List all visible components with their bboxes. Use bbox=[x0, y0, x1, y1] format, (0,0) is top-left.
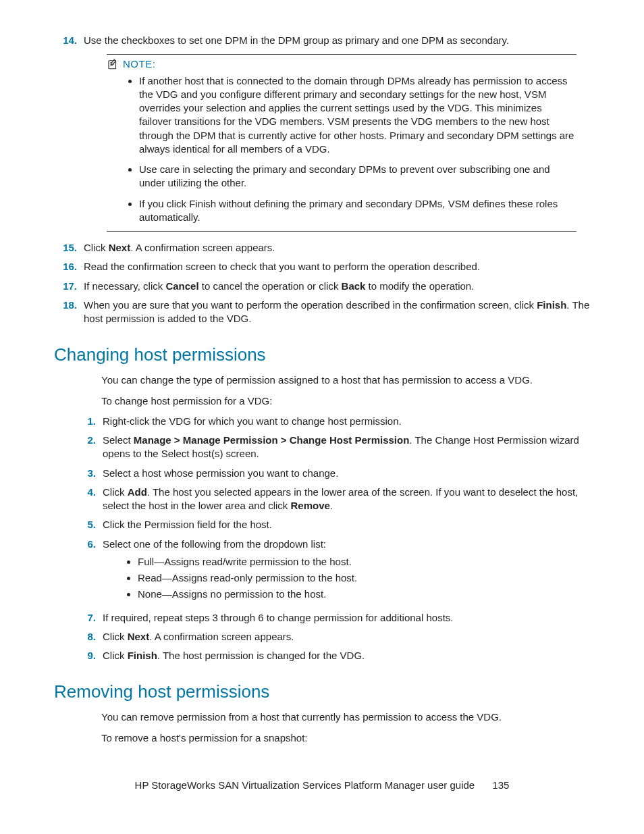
step-text: When you are sure that you want to perfo… bbox=[84, 298, 597, 326]
text: . The host permission is changed for the… bbox=[157, 650, 365, 661]
text: Click bbox=[103, 486, 128, 498]
step-number: 18. bbox=[54, 298, 84, 326]
list-item: 7. If required, repeat steps 3 through 6… bbox=[73, 611, 597, 625]
ordered-list-post-note: 15. Click Next. A confirmation screen ap… bbox=[54, 241, 597, 325]
text: Select bbox=[103, 434, 134, 446]
ordered-list-changing: 1. Right-click the VDG for which you wan… bbox=[73, 415, 597, 663]
ordered-list-top: 14. Use the checkboxes to set one DPM in… bbox=[54, 34, 597, 47]
section-heading-changing: Changing host permissions bbox=[54, 343, 597, 367]
list-item: 5. Click the Permission field for the ho… bbox=[73, 518, 597, 531]
note-block: NOTE: If another host that is connected … bbox=[107, 54, 597, 232]
bold-text: Manage > Manage Permission > Change Host… bbox=[134, 434, 409, 446]
step-number: 14. bbox=[54, 34, 84, 47]
bold-text: Back bbox=[342, 280, 366, 292]
paragraph: You can change the type of permission as… bbox=[101, 373, 597, 387]
list-item: 4. Click Add. The host you selected appe… bbox=[73, 486, 597, 513]
step-text: If required, repeat steps 3 through 6 to… bbox=[103, 611, 597, 625]
list-item: None—Assigns no permission to the host. bbox=[138, 588, 597, 601]
step-text: Use the checkboxes to set one DPM in the… bbox=[84, 34, 597, 47]
list-item: 1. Right-click the VDG for which you wan… bbox=[73, 415, 597, 428]
step-text: Select Manage > Manage Permission > Chan… bbox=[103, 434, 597, 461]
list-item: 2. Select Manage > Manage Permission > C… bbox=[73, 434, 597, 461]
step-text: Click Next. A confirmation screen appear… bbox=[103, 630, 597, 644]
text: Click bbox=[84, 242, 109, 253]
footer-text: HP StorageWorks SAN Virtualization Servi… bbox=[135, 779, 475, 791]
step-text: Click Next. A confirmation screen appear… bbox=[84, 241, 597, 255]
step-text: Click Finish. The host permission is cha… bbox=[103, 649, 597, 662]
step-number: 17. bbox=[54, 280, 84, 293]
list-item: Use care in selecting the primary and se… bbox=[139, 163, 576, 190]
step-text: Click the Permission field for the host. bbox=[103, 518, 597, 531]
step-number: 1. bbox=[73, 415, 103, 428]
step-text: Click Add. The host you selected appears… bbox=[103, 486, 597, 513]
list-item: If another host that is connected to the… bbox=[139, 74, 576, 157]
text: to cancel the operation or click bbox=[199, 280, 342, 292]
note-icon bbox=[107, 58, 119, 70]
section-heading-removing: Removing host permissions bbox=[54, 680, 597, 704]
step-text: Read the confirmation screen to check th… bbox=[84, 260, 597, 273]
text: to modify the operation. bbox=[365, 280, 474, 292]
bold-text: Finish bbox=[128, 650, 157, 661]
step-number: 16. bbox=[54, 260, 84, 273]
list-item: 17. If necessary, click Cancel to cancel… bbox=[54, 280, 597, 293]
sub-list: Full—Assigns read/write permission to th… bbox=[103, 555, 597, 602]
step-number: 15. bbox=[54, 241, 84, 255]
step-number: 6. bbox=[73, 538, 103, 606]
list-item: 6. Select one of the following from the … bbox=[73, 538, 597, 606]
step-text: If necessary, click Cancel to cancel the… bbox=[84, 280, 597, 293]
list-item: 18. When you are sure that you want to p… bbox=[54, 298, 597, 326]
bold-text: Finish bbox=[537, 299, 566, 311]
list-item: 15. Click Next. A confirmation screen ap… bbox=[54, 241, 597, 255]
step-number: 9. bbox=[73, 649, 103, 662]
list-item: If you click Finish without defining the… bbox=[139, 197, 576, 225]
step-number: 2. bbox=[73, 434, 103, 461]
list-item: Read—Assigns read-only permission to the… bbox=[138, 571, 597, 585]
text: Click bbox=[103, 631, 128, 642]
bold-text: Cancel bbox=[165, 280, 198, 292]
step-number: 7. bbox=[73, 611, 103, 625]
list-item: 8. Click Next. A confirmation screen app… bbox=[73, 630, 597, 644]
list-item: Full—Assigns read/write permission to th… bbox=[138, 555, 597, 569]
step-text: Right-click the VDG for which you want t… bbox=[103, 415, 597, 428]
bold-text: Next bbox=[109, 242, 131, 253]
paragraph: To change host permission for a VDG: bbox=[101, 394, 597, 408]
text: Select one of the following from the dro… bbox=[103, 538, 326, 550]
step-number: 8. bbox=[73, 630, 103, 644]
step-number: 3. bbox=[73, 467, 103, 480]
text: . A confirmation screen appears. bbox=[130, 242, 275, 253]
list-item: 3. Select a host whose permission you wa… bbox=[73, 467, 597, 480]
list-item: 16. Read the confirmation screen to chec… bbox=[54, 260, 597, 273]
note-header: NOTE: bbox=[107, 57, 576, 71]
text: Click bbox=[103, 650, 128, 661]
text: . The host you selected appears in the l… bbox=[103, 486, 578, 511]
text: . A confirmation screen appears. bbox=[149, 631, 294, 642]
divider bbox=[107, 54, 576, 55]
step-number: 4. bbox=[73, 486, 103, 513]
page-number: 135 bbox=[492, 779, 509, 791]
bold-text: Remove bbox=[290, 500, 329, 511]
page-footer: HP StorageWorks SAN Virtualization Servi… bbox=[0, 779, 644, 792]
paragraph: You can remove permission from a host th… bbox=[101, 710, 597, 724]
step-text: Select a host whose permission you want … bbox=[103, 467, 597, 480]
bold-text: Next bbox=[128, 631, 150, 642]
text: If necessary, click bbox=[84, 280, 165, 292]
step-text: Select one of the following from the dro… bbox=[103, 538, 597, 606]
paragraph: To remove a host's permission for a snap… bbox=[101, 731, 597, 745]
text: When you are sure that you want to perfo… bbox=[84, 299, 537, 311]
note-bullet-list: If another host that is connected to the… bbox=[107, 74, 576, 225]
step-number: 5. bbox=[73, 518, 103, 531]
divider bbox=[107, 231, 576, 232]
list-item: 14. Use the checkboxes to set one DPM in… bbox=[54, 34, 597, 47]
text: . bbox=[330, 500, 333, 511]
list-item: 9. Click Finish. The host permission is … bbox=[73, 649, 597, 662]
note-label: NOTE: bbox=[123, 57, 155, 71]
bold-text: Add bbox=[128, 486, 147, 498]
